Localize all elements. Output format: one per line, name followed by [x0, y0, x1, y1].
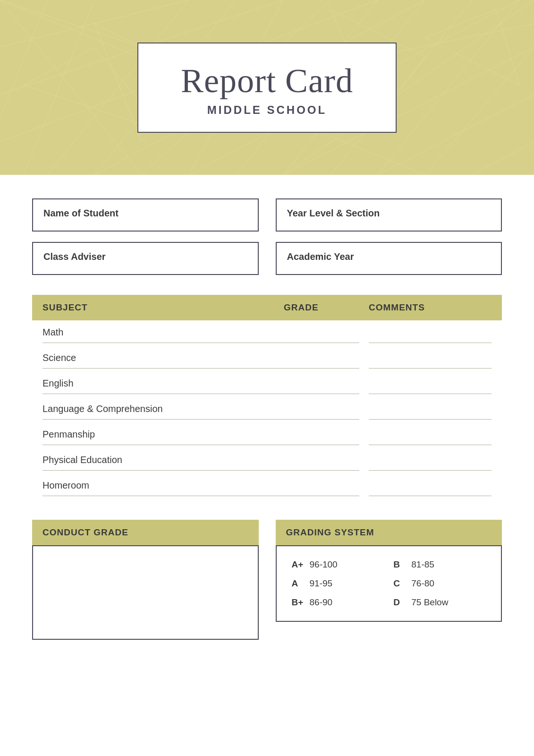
- bottom-section: CONDUCT GRADE GRADING SYSTEM A+96-100A91…: [32, 520, 502, 640]
- subject-name: Language & Comprehension: [42, 404, 284, 420]
- grading-right-col: B81-85C76-80D75 Below: [393, 559, 486, 608]
- school-level: MIDDLE SCHOOL: [181, 103, 353, 117]
- grade-letter: C: [393, 578, 407, 589]
- grade-field[interactable]: [284, 378, 359, 394]
- grade-field[interactable]: [284, 327, 359, 343]
- grade-letter: B+: [292, 597, 305, 608]
- grading-row: B81-85: [393, 559, 486, 570]
- grade-letter: D: [393, 597, 407, 608]
- table-row: Physical Education: [32, 448, 502, 473]
- grading-system-header: GRADING SYSTEM: [276, 520, 502, 545]
- grade-field[interactable]: [284, 352, 359, 369]
- grading-left-col: A+96-100A91-95B+86-90: [292, 559, 384, 608]
- table-row: Homeroom: [32, 473, 502, 499]
- svg-line-12: [378, 0, 519, 175]
- grade-letter: A+: [292, 559, 305, 570]
- report-card-title: Report Card: [181, 61, 353, 101]
- subject-name: Math: [42, 327, 284, 343]
- subject-name: Homeroom: [42, 480, 284, 496]
- grade-range: 76-80: [411, 578, 434, 589]
- year-level-field[interactable]: Year Level & Section: [276, 198, 502, 232]
- grade-range: 91-95: [310, 578, 333, 589]
- comment-field[interactable]: [369, 378, 492, 394]
- table-row: Penmanship: [32, 422, 502, 448]
- subjects-list: Math Science English Language & Comprehe…: [32, 320, 502, 499]
- grade-field[interactable]: [284, 404, 359, 420]
- title-box: Report Card MIDDLE SCHOOL: [137, 43, 397, 133]
- grading-row: B+86-90: [292, 597, 384, 608]
- grading-system-section: GRADING SYSTEM A+96-100A91-95B+86-90B81-…: [276, 520, 502, 640]
- grade-column-header: GRADE: [284, 302, 369, 313]
- comment-field[interactable]: [369, 455, 492, 471]
- comments-column-header: COMMENTS: [369, 302, 492, 313]
- conduct-grade-box[interactable]: [32, 545, 259, 640]
- grading-row: A+96-100: [292, 559, 384, 570]
- svg-line-23: [472, 142, 534, 175]
- svg-line-3: [0, 0, 47, 118]
- grading-system-box: A+96-100A91-95B+86-90B81-85C76-80D75 Bel…: [276, 545, 502, 622]
- svg-line-13: [425, 47, 534, 175]
- comment-field[interactable]: [369, 327, 492, 343]
- grade-field[interactable]: [284, 429, 359, 445]
- comment-field[interactable]: [369, 480, 492, 496]
- comment-field[interactable]: [369, 352, 492, 369]
- svg-marker-27: [425, 9, 519, 85]
- subject-column-header: SUBJECT: [42, 302, 284, 313]
- grade-letter: B: [393, 559, 407, 570]
- table-row: Math: [32, 320, 502, 346]
- table-row: Science: [32, 346, 502, 371]
- grade-range: 86-90: [310, 597, 333, 608]
- grade-field[interactable]: [284, 480, 359, 496]
- comment-field[interactable]: [369, 429, 492, 445]
- academic-year-field[interactable]: Academic Year: [276, 242, 502, 275]
- subject-name: Science: [42, 352, 284, 369]
- table-header: SUBJECT GRADE COMMENTS: [32, 295, 502, 320]
- table-row: Language & Comprehension: [32, 397, 502, 422]
- subject-name: Penmanship: [42, 429, 284, 445]
- report-card-header: Report Card MIDDLE SCHOOL: [0, 0, 534, 175]
- grade-range: 81-85: [411, 559, 434, 570]
- conduct-grade-section: CONDUCT GRADE: [32, 520, 259, 640]
- grading-row: A91-95: [292, 578, 384, 589]
- comment-field[interactable]: [369, 404, 492, 420]
- grading-row: C76-80: [393, 578, 486, 589]
- subject-name: English: [42, 378, 284, 394]
- table-row: English: [32, 371, 502, 397]
- main-content: Name of Student Year Level & Section Cla…: [0, 175, 534, 668]
- grade-range: 75 Below: [411, 597, 448, 608]
- grade-letter: A: [292, 578, 305, 589]
- subject-name: Physical Education: [42, 455, 284, 471]
- grade-range: 96-100: [310, 559, 338, 570]
- grading-grid: A+96-100A91-95B+86-90B81-85C76-80D75 Bel…: [292, 559, 486, 608]
- grade-field[interactable]: [284, 455, 359, 471]
- conduct-grade-header: CONDUCT GRADE: [32, 520, 259, 545]
- grading-row: D75 Below: [393, 597, 486, 608]
- svg-line-22: [378, 94, 534, 175]
- class-adviser-field[interactable]: Class Adviser: [32, 242, 259, 275]
- student-name-field[interactable]: Name of Student: [32, 198, 259, 232]
- info-grid: Name of Student Year Level & Section Cla…: [32, 198, 502, 275]
